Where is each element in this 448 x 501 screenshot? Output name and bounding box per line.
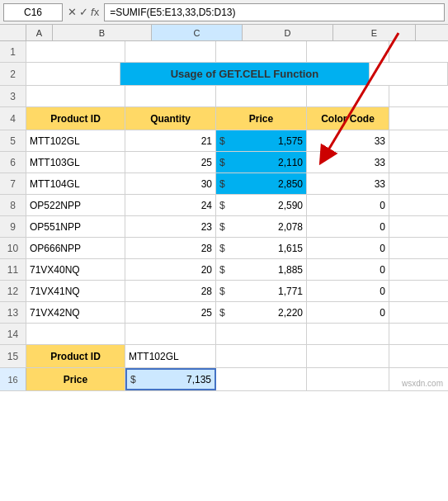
cell-e15[interactable] [307, 345, 389, 367]
col-header-c[interactable]: C [152, 25, 243, 40]
cell-c1[interactable] [125, 41, 216, 62]
cell-b10[interactable]: OP666NPP [26, 238, 125, 258]
row-12: 12 71VX41NQ 28 $ 1,771 0 [0, 281, 448, 302]
cell-d3[interactable] [216, 86, 307, 106]
row-num-9: 9 [0, 216, 26, 237]
row-11: 11 71VX40NQ 20 $ 1,885 0 [0, 259, 448, 281]
cell-e7[interactable]: 33 [307, 173, 389, 194]
row-10: 10 OP666NPP 28 $ 1,615 0 [0, 238, 448, 259]
row-num-4: 4 [0, 107, 26, 130]
cell-b6[interactable]: MTT103GL [26, 152, 125, 173]
cell-c13[interactable]: 25 [125, 302, 216, 323]
header-price: Price [216, 107, 307, 130]
row-num-2: 2 [0, 63, 26, 85]
cell-e2[interactable] [370, 63, 448, 85]
row-num-10: 10 [0, 238, 26, 258]
cell-d6[interactable]: $ 2,110 [216, 152, 307, 173]
row-num-3: 3 [0, 86, 26, 106]
cell-b2[interactable] [26, 63, 120, 85]
cell-e3[interactable] [307, 86, 389, 106]
row-num-5: 5 [0, 130, 26, 151]
cell-c6[interactable]: 25 [125, 152, 216, 173]
row-4: 4 Product ID Quantity Price Color Code [0, 107, 448, 130]
cell-b8[interactable]: OP522NPP [26, 195, 125, 215]
col-header-a[interactable]: A [26, 25, 53, 40]
row-num-1: 1 [0, 41, 26, 62]
cell-e1[interactable] [307, 41, 389, 62]
cell-d1[interactable] [216, 41, 307, 62]
row-num-15: 15 [0, 345, 26, 367]
cell-e9[interactable]: 0 [307, 216, 389, 237]
cell-d5[interactable]: $ 1,575 [216, 130, 307, 151]
cell-d11[interactable]: $ 1,885 [216, 259, 307, 280]
cell-b3[interactable] [26, 86, 125, 106]
cell-b1[interactable] [26, 41, 125, 62]
cell-c10[interactable]: 28 [125, 238, 216, 258]
cell-d16[interactable] [216, 368, 307, 390]
cell-b13[interactable]: 71VX42NQ [26, 302, 125, 323]
cell-d10[interactable]: $ 1,615 [216, 238, 307, 258]
header-product-id: Product ID [26, 107, 125, 130]
cell-e14[interactable] [307, 324, 389, 344]
cell-e6[interactable]: 33 [307, 152, 389, 173]
row-16: 16 Price $ 7,135 [0, 368, 448, 391]
col-header-e[interactable]: E [333, 25, 416, 40]
row-6: 6 MTT103GL 25 $ 2,110 33 [0, 152, 448, 173]
cell-b11[interactable]: 71VX40NQ [26, 259, 125, 280]
fx-icon: fx [91, 6, 99, 18]
cancel-icon[interactable]: ✕ [68, 6, 77, 18]
row-9: 9 OP551NPP 23 $ 2,078 0 [0, 216, 448, 238]
header-quantity: Quantity [125, 107, 216, 130]
row-num-11: 11 [0, 259, 26, 280]
cell-reference-box[interactable]: C16 [3, 3, 63, 21]
column-headers: A B C D E [0, 25, 448, 41]
title-cell: Usage of GET.CELL Function [120, 63, 370, 85]
col-header-d[interactable]: D [243, 25, 333, 40]
cell-d14[interactable] [216, 324, 307, 344]
cell-d9[interactable]: $ 2,078 [216, 216, 307, 237]
watermark: wsxdn.com [402, 379, 443, 388]
confirm-icon[interactable]: ✓ [79, 6, 88, 18]
row-15: 15 Product ID MTT102GL [0, 345, 448, 368]
cell-c8[interactable]: 24 [125, 195, 216, 215]
row-8: 8 OP522NPP 24 $ 2,590 0 [0, 195, 448, 216]
cell-c11[interactable]: 20 [125, 259, 216, 280]
cell-e16[interactable] [307, 368, 389, 390]
row-num-12: 12 [0, 281, 26, 301]
cell-d7[interactable]: $ 2,850 [216, 173, 307, 194]
cell-e13[interactable]: 0 [307, 302, 389, 323]
row-5: 5 MTT102GL 21 $ 1,575 33 [0, 130, 448, 152]
cell-d12[interactable]: $ 1,771 [216, 281, 307, 301]
cell-d15[interactable] [216, 345, 307, 367]
cell-c12[interactable]: 28 [125, 281, 216, 301]
cell-b12[interactable]: 71VX41NQ [26, 281, 125, 301]
cell-c15[interactable]: MTT102GL [125, 345, 216, 367]
cell-d8[interactable]: $ 2,590 [216, 195, 307, 215]
cell-b14[interactable] [26, 324, 125, 344]
cell-e5[interactable]: 33 [307, 130, 389, 151]
cell-b9[interactable]: OP551NPP [26, 216, 125, 237]
row-2: 2 Usage of GET.CELL Function [0, 63, 448, 86]
cell-c5[interactable]: 21 [125, 130, 216, 151]
col-header-b[interactable]: B [53, 25, 152, 40]
formula-input[interactable]: =SUMIF(E5:E13,33,D5:D13) [104, 3, 445, 21]
cell-e10[interactable]: 0 [307, 238, 389, 258]
cell-c9[interactable]: 23 [125, 216, 216, 237]
cell-c14[interactable] [125, 324, 216, 344]
cell-c7[interactable]: 30 [125, 173, 216, 194]
row-13: 13 71VX42NQ 25 $ 2,220 0 [0, 302, 448, 324]
row-1: 1 [0, 41, 448, 63]
summary-label-15: Product ID [26, 345, 125, 367]
cell-b5[interactable]: MTT102GL [26, 130, 125, 151]
cell-b7[interactable]: MTT104GL [26, 173, 125, 194]
row-num-6: 6 [0, 152, 26, 173]
cell-c16[interactable]: $ 7,135 [125, 368, 216, 390]
cell-e12[interactable]: 0 [307, 281, 389, 301]
cell-e11[interactable]: 0 [307, 259, 389, 280]
formula-icons: ✕ ✓ fx [66, 6, 101, 18]
cell-c3[interactable] [125, 86, 216, 106]
cell-d13[interactable]: $ 2,220 [216, 302, 307, 323]
cell-e8[interactable]: 0 [307, 195, 389, 215]
row-3: 3 [0, 86, 448, 107]
formula-text: =SUMIF(E5:E13,33,D5:D13) [110, 7, 235, 18]
